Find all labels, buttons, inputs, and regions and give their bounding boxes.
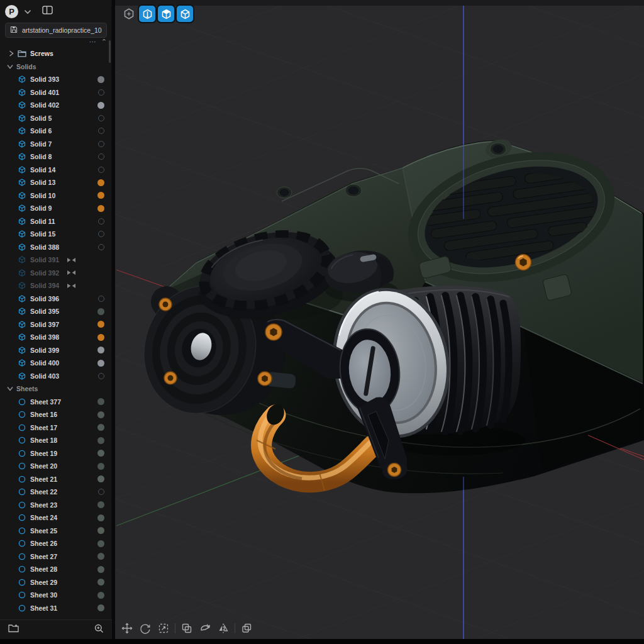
boolean-tool-icon[interactable]	[180, 621, 194, 635]
chevron-right-icon[interactable]	[8, 50, 15, 57]
collapse-all-icon[interactable]: ⌃	[101, 38, 107, 45]
material-dot[interactable]	[97, 102, 104, 109]
material-dot[interactable]	[98, 373, 104, 379]
new-folder-icon[interactable]	[8, 624, 19, 635]
scene-canvas[interactable]	[115, 0, 644, 639]
tree-item-solid-391[interactable]: Solid 391	[0, 253, 112, 267]
material-dot[interactable]	[97, 424, 104, 431]
tree-item-sheet-23[interactable]: Sheet 23	[0, 499, 112, 512]
move-tool-icon[interactable]	[120, 621, 134, 635]
hidden-indicator-icon[interactable]	[67, 257, 76, 263]
material-dot[interactable]	[97, 592, 104, 599]
panel-divider[interactable]	[112, 0, 115, 639]
tree-item-solid-402[interactable]: Solid 402	[0, 99, 112, 112]
material-dot[interactable]	[97, 501, 104, 508]
tree-item-sheet-28[interactable]: Sheet 28	[0, 563, 112, 576]
tree-item-solid-401[interactable]: Solid 401	[0, 86, 112, 99]
material-dot[interactable]	[97, 192, 104, 199]
material-dot[interactable]	[98, 153, 104, 160]
tree-item-solid-10[interactable]: Solid 10	[0, 189, 112, 203]
material-dot[interactable]	[97, 463, 104, 470]
material-dot[interactable]	[98, 115, 104, 121]
tree-item-sheet-19[interactable]: Sheet 19	[0, 447, 112, 460]
view-mode-ghost-button[interactable]	[139, 6, 155, 22]
cut-tool-icon[interactable]	[198, 621, 212, 635]
tree-item-solid-9[interactable]: Solid 9	[0, 202, 112, 215]
tree-item-solid-393[interactable]: Solid 393	[0, 73, 112, 86]
material-dot[interactable]	[97, 553, 104, 560]
tree-item-solid-6[interactable]: Solid 6	[0, 125, 112, 138]
material-dot[interactable]	[97, 514, 104, 521]
chevron-down-icon[interactable]	[6, 386, 14, 391]
tree-item-solid-394[interactable]: Solid 394	[0, 279, 112, 292]
app-logo[interactable]: P	[5, 5, 18, 18]
material-dot[interactable]	[97, 398, 104, 405]
tree-item-sheet-31[interactable]: Sheet 31	[0, 602, 112, 615]
tree-item-solid-14[interactable]: Solid 14	[0, 164, 112, 177]
tree-item-sheet-18[interactable]: Sheet 18	[0, 434, 112, 447]
tree-item-solid-8[interactable]: Solid 8	[0, 150, 112, 164]
sidebar-scrollbar[interactable]	[109, 40, 111, 63]
chevron-down-icon[interactable]	[24, 6, 31, 17]
tree-item-sheet-377[interactable]: Sheet 377	[0, 396, 112, 409]
tree-item-solid-396[interactable]: Solid 396	[0, 292, 112, 306]
material-dot[interactable]	[97, 334, 104, 341]
material-dot[interactable]	[98, 89, 104, 96]
material-dot[interactable]	[97, 475, 104, 482]
material-dot[interactable]	[98, 128, 104, 134]
tree-item-solid-395[interactable]: Solid 395	[0, 305, 112, 318]
material-dot[interactable]	[97, 321, 104, 328]
panel-layout-icon[interactable]	[42, 6, 53, 17]
material-dot[interactable]	[97, 411, 104, 418]
tree-item-solid-388[interactable]: Solid 388	[0, 241, 112, 254]
hidden-indicator-icon[interactable]	[67, 270, 76, 275]
material-dot[interactable]	[97, 308, 104, 315]
tree-item-sheet-25[interactable]: Sheet 25	[0, 525, 112, 538]
material-dot[interactable]	[98, 231, 104, 237]
tree-item-sheet-20[interactable]: Sheet 20	[0, 460, 112, 473]
material-dot[interactable]	[98, 296, 104, 302]
material-dot[interactable]	[97, 437, 104, 444]
tree-item-solid-13[interactable]: Solid 13	[0, 176, 112, 189]
tree-item-solid-397[interactable]: Solid 397	[0, 318, 112, 331]
tree-item-solid-11[interactable]: Solid 11	[0, 215, 112, 228]
more-options-icon[interactable]: ⋯	[89, 38, 96, 45]
material-dot[interactable]	[97, 347, 104, 353]
material-dot[interactable]	[97, 540, 104, 547]
tree-section-sheets[interactable]: Sheets	[0, 382, 112, 396]
tree-item-sheet-29[interactable]: Sheet 29	[0, 576, 112, 589]
rotate-tool-icon[interactable]	[138, 621, 152, 635]
tree-item-sheet-16[interactable]: Sheet 16	[0, 408, 112, 421]
tree-item-solid-403[interactable]: Solid 403	[0, 370, 112, 383]
chevron-down-icon[interactable]	[6, 64, 14, 69]
material-dot[interactable]	[97, 205, 104, 212]
tree-item-sheet-26[interactable]: Sheet 26	[0, 537, 112, 550]
tree-section-solids[interactable]: Solids	[0, 60, 112, 74]
tree-item-solid-400[interactable]: Solid 400	[0, 357, 112, 370]
tree-item-sheet-17[interactable]: Sheet 17	[0, 421, 112, 435]
tree-folder-screws[interactable]: Screws	[0, 47, 112, 60]
material-dot[interactable]	[98, 218, 104, 225]
tree-item-solid-392[interactable]: Solid 392	[0, 267, 112, 280]
zoom-search-icon[interactable]	[94, 624, 104, 636]
material-dot[interactable]	[98, 489, 104, 495]
view-mode-shaded-button[interactable]	[158, 6, 174, 22]
tree-item-sheet-24[interactable]: Sheet 24	[0, 511, 112, 525]
tree-item-solid-5[interactable]: Solid 5	[0, 112, 112, 125]
hidden-indicator-icon[interactable]	[67, 283, 76, 289]
tree-item-solid-398[interactable]: Solid 398	[0, 331, 112, 344]
tree-item-sheet-22[interactable]: Sheet 22	[0, 486, 112, 499]
tree-item-solid-399[interactable]: Solid 399	[0, 344, 112, 357]
tree-item-sheet-21[interactable]: Sheet 21	[0, 473, 112, 486]
scale-tool-icon[interactable]	[157, 621, 170, 635]
snap-settings-icon[interactable]	[121, 6, 136, 22]
material-dot[interactable]	[97, 360, 104, 367]
material-dot[interactable]	[98, 141, 104, 147]
material-dot[interactable]	[97, 450, 104, 457]
tree-item-solid-7[interactable]: Solid 7	[0, 138, 112, 151]
tree-item-sheet-30[interactable]: Sheet 30	[0, 589, 112, 602]
file-tab[interactable]: artstation_radiopractice_10...	[5, 23, 107, 38]
material-dot[interactable]	[97, 76, 104, 83]
material-dot[interactable]	[97, 579, 104, 586]
mirror-tool-icon[interactable]	[216, 621, 230, 635]
